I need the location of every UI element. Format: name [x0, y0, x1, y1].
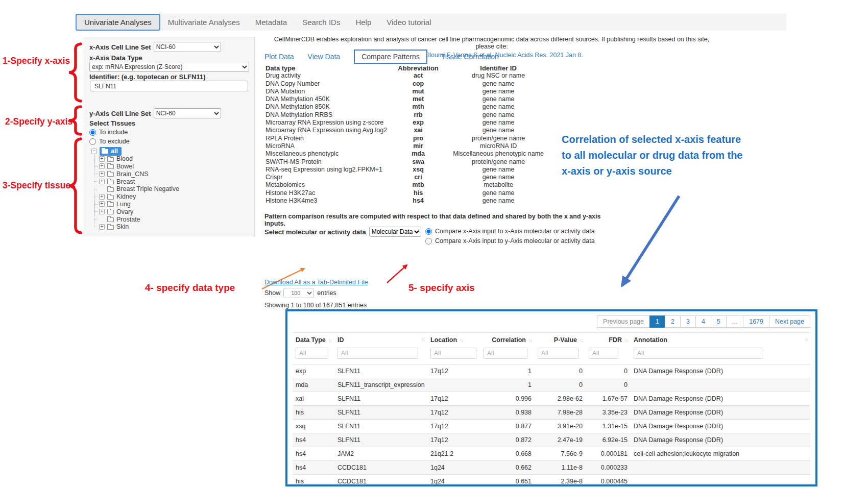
expand-icon[interactable]: + — [99, 179, 105, 184]
result-row[interactable]: mda SLFN11_transcript_expression 1 0 0 — [293, 378, 810, 392]
tab-search-ids[interactable]: Search IDs — [295, 14, 348, 31]
legend-abbreviation: rrb — [388, 111, 448, 119]
tab-univariate-analyses[interactable]: Univariate Analyses — [76, 14, 160, 31]
page-button-3[interactable]: 3 — [680, 315, 696, 328]
tree-item-all[interactable]: − all — [91, 148, 179, 155]
subtab-compare-patterns[interactable]: Compare Patterns — [354, 50, 427, 64]
sort-icon[interactable]: ↑↓ — [460, 337, 463, 343]
tree-item[interactable]: + Brain_CNS — [99, 170, 179, 178]
filter-p-value[interactable] — [538, 348, 578, 359]
annotation-step5: 5- specify axis — [408, 282, 475, 294]
cell-correlation: 0.662 — [480, 461, 535, 475]
expand-icon[interactable]: + — [99, 194, 105, 200]
tab-video-tutorial[interactable]: Video tutorial — [379, 14, 439, 31]
previous-page-button[interactable]: Previous page — [597, 315, 650, 328]
legend-header-datatype: Data type — [264, 64, 388, 72]
radio-compare-y-axis[interactable] — [425, 238, 432, 245]
subtab-tissue-correlation[interactable]: Tissue Correlation — [441, 50, 499, 63]
filter-annotation[interactable] — [634, 348, 762, 359]
filter-correlation[interactable] — [484, 348, 527, 359]
result-row[interactable]: his CCDC181 1q24 0.651 2.39e-8 0.000445 — [293, 475, 810, 488]
tab-metadata[interactable]: Metadata — [248, 14, 295, 31]
legend-identifier: drug NSC or name — [448, 72, 548, 80]
cell-fdr: 0.000181 — [586, 447, 631, 461]
page-button-1[interactable]: 1 — [649, 315, 665, 328]
cell-id: SLFN11_transcript_expression — [334, 378, 427, 392]
col-header-data-type[interactable]: Data Type↑↓ — [293, 333, 334, 348]
col-header-annotation[interactable]: Annotation↑↓ — [631, 333, 810, 348]
filter-location[interactable] — [430, 348, 476, 359]
expand-icon[interactable]: + — [99, 156, 105, 162]
radio-compare-x-axis[interactable] — [425, 228, 432, 235]
identifier-input[interactable] — [90, 81, 248, 91]
col-header-location[interactable]: Location↑↓ — [427, 333, 480, 348]
tree-item[interactable]: + Kidney — [99, 193, 179, 201]
result-row[interactable]: hs4 SLFN11 17q12 0.872 2.47e-19 6.92e-15… — [293, 433, 810, 447]
cell-annotation: cell-cell adhesion;leukocyte migration — [631, 447, 810, 461]
download-link[interactable]: Download All as a Tab-Delimited File — [264, 279, 368, 286]
page-button-2[interactable]: 2 — [665, 315, 681, 328]
cell-location — [427, 378, 480, 392]
result-row[interactable]: his SLFN11 17q12 0.938 7.98e-28 3.35e-23… — [293, 406, 810, 420]
tree-item[interactable]: + Blood — [99, 155, 179, 163]
page-button-5[interactable]: 5 — [711, 315, 727, 328]
x-cellline-select[interactable]: NCI-60 — [154, 42, 221, 52]
cell-annotation: DNA Damage Response (DDR) — [631, 392, 810, 406]
filter-id[interactable] — [337, 348, 418, 359]
tree-item[interactable]: + Breast — [99, 178, 179, 185]
subtab-view-data[interactable]: View Data — [308, 50, 341, 63]
expand-icon[interactable]: + — [99, 163, 105, 169]
x-datatype-select[interactable]: exp: mRNA Expression (Z-Score) — [89, 62, 249, 72]
col-header-correlation[interactable]: Correlation↑↓ — [480, 333, 535, 348]
molecular-data-select[interactable]: Molecular Data — [369, 227, 421, 237]
filter-data-type[interactable] — [296, 348, 328, 359]
legend-identifier: gene name — [448, 95, 548, 103]
sort-icon[interactable]: ↑↓ — [580, 337, 583, 343]
cell-fdr: 1.31e-15 — [586, 420, 631, 433]
tree-item[interactable]: + Lung — [99, 201, 179, 208]
result-row[interactable]: xai SLFN11 17q12 0.996 2.98e-62 1.67e-57… — [293, 392, 810, 406]
folder-icon — [107, 164, 114, 169]
tree-item[interactable]: + Prostate — [99, 215, 179, 223]
radio-to-include[interactable] — [89, 129, 96, 136]
tree-item[interactable]: + Breast Triple Negative — [99, 185, 179, 193]
col-header-id[interactable]: ↑↓ID — [334, 333, 427, 348]
sort-icon[interactable]: ↑↓ — [328, 337, 331, 343]
tab-help[interactable]: Help — [348, 14, 379, 31]
cell-annotation: DNA Damage Response (DDR) — [631, 420, 810, 433]
result-row[interactable]: xsq SLFN11 17q12 0.877 3.91e-20 1.31e-15… — [293, 420, 810, 433]
x-datatype-label: x-Axis Data Type — [89, 54, 142, 62]
next-page-button[interactable]: Next page — [769, 315, 810, 328]
tree-item[interactable]: + Skin — [99, 223, 179, 231]
expand-icon[interactable]: + — [99, 209, 105, 214]
page-button-1679[interactable]: 1679 — [743, 315, 769, 328]
folder-icon — [107, 172, 114, 177]
y-cellline-select[interactable]: NCI-60 — [154, 108, 221, 118]
cell-data-type: his — [293, 475, 334, 488]
tab-multivariate-analyses[interactable]: Multivariate Analyses — [160, 14, 248, 31]
page-size-select[interactable]: 100 — [283, 288, 314, 298]
sort-icon[interactable]: ↑↓ — [624, 337, 628, 343]
folder-icon — [107, 187, 114, 192]
expand-icon[interactable]: + — [99, 224, 105, 230]
expand-icon[interactable]: + — [99, 171, 105, 177]
sort-icon[interactable]: ↑↓ — [421, 336, 424, 342]
sort-icon[interactable]: ↑↓ — [804, 336, 807, 342]
tree-item[interactable]: + Bowel — [99, 163, 179, 170]
cell-fdr: 0 — [586, 364, 631, 378]
filter-fdr[interactable] — [589, 348, 618, 359]
result-row[interactable]: hs4 CCDC181 1q24 0.662 1.11e-8 0.000233 — [293, 461, 810, 475]
cell-location: 17q12 — [427, 392, 480, 406]
tree-item[interactable]: + Ovary — [99, 208, 179, 215]
radio-to-exclude[interactable] — [89, 138, 96, 145]
subtab-plot-data[interactable]: Plot Data — [264, 50, 294, 63]
result-row[interactable]: hs4 JAM2 21q21.2 0.668 7.56e-9 0.000181 … — [293, 447, 810, 461]
legend-abbreviation: act — [388, 72, 448, 80]
col-header-p-value[interactable]: P-Value↑↓ — [535, 333, 586, 348]
result-row[interactable]: exp SLFN11 17q12 1 0 0 DNA Damage Respon… — [293, 364, 810, 378]
col-header-fdr[interactable]: FDR↑↓ — [586, 333, 631, 348]
page-button-4[interactable]: 4 — [695, 315, 711, 328]
expand-icon[interactable]: + — [99, 201, 105, 207]
cell-p-value: 2.39e-8 — [535, 475, 586, 488]
sort-icon[interactable]: ↑↓ — [528, 337, 532, 343]
